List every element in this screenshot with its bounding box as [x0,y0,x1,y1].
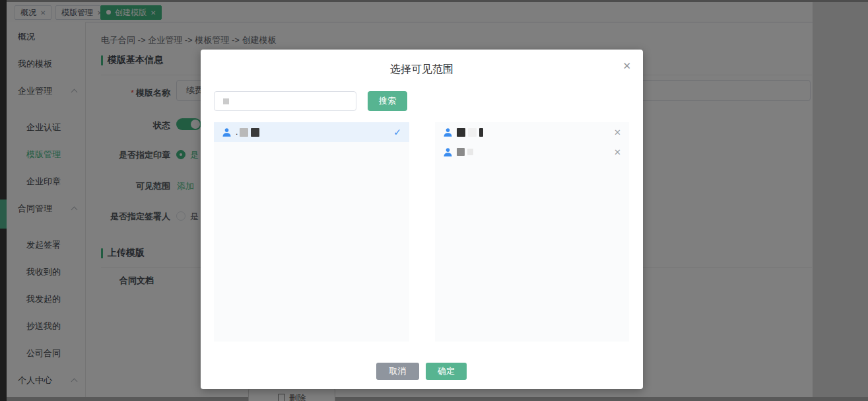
member-row[interactable]: ✕ [435,122,629,142]
person-icon [222,128,232,137]
remove-icon[interactable]: ✕ [614,128,621,137]
cancel-button[interactable]: 取消 [376,363,419,380]
redacted-name-block [468,128,477,137]
remove-icon[interactable]: ✕ [614,147,621,157]
person-icon [443,128,453,137]
dialog-title: 选择可见范围 [201,63,643,77]
redacted-placeholder [223,98,229,104]
close-icon[interactable]: ✕ [621,59,632,73]
redacted-name-block [240,128,248,137]
redacted-name-block [479,128,483,137]
person-icon [443,147,453,157]
selected-list: ✕✕ [435,122,629,342]
candidate-list: .✓ [214,122,409,342]
member-row[interactable]: ✕ [435,142,629,162]
confirm-button[interactable]: 确定 [426,363,467,380]
search-button[interactable]: 搜索 [368,91,407,111]
member-row[interactable]: .✓ [214,122,409,142]
redacted-name-block [457,128,465,137]
search-input[interactable] [214,91,356,111]
visible-range-dialog: 选择可见范围 ✕ 搜索 .✓ ✕✕ 取消 确定 [201,50,643,389]
redacted-name-block [467,149,473,155]
check-icon: ✓ [393,127,401,137]
redacted-text: . [236,128,238,137]
redacted-name-block [251,128,259,137]
redacted-name-block [457,148,465,156]
